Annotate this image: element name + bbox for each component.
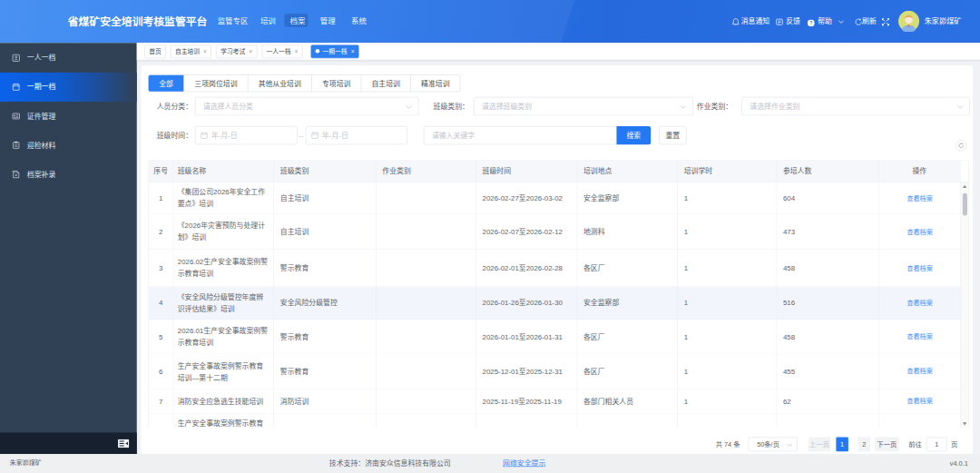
svg-text:?: ? xyxy=(809,20,812,25)
